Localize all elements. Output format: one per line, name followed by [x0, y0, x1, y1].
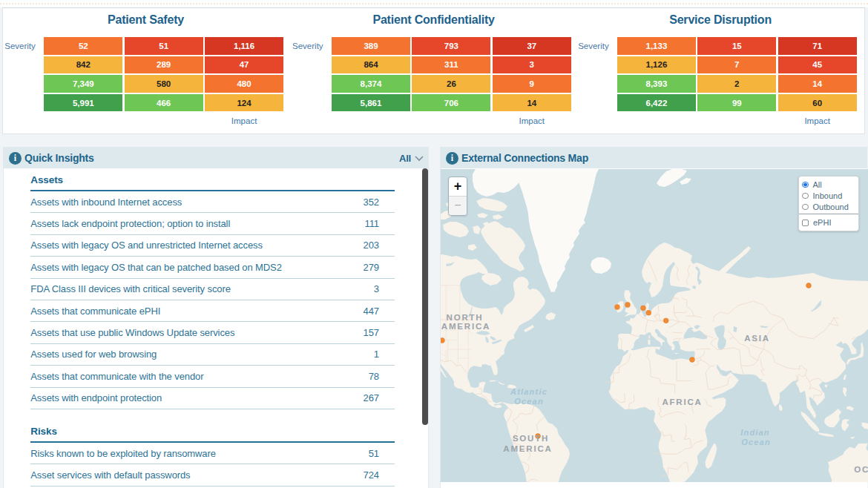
- svg-text:NORTH: NORTH: [447, 313, 484, 322]
- svg-text:ASIA: ASIA: [744, 334, 770, 343]
- svg-text:Indian: Indian: [740, 428, 770, 437]
- svg-text:AFRICA: AFRICA: [662, 398, 702, 406]
- svg-text:OCEANIA: OCEANIA: [854, 465, 868, 474]
- svg-text:AMERICA: AMERICA: [441, 322, 490, 331]
- svg-text:Atlantic: Atlantic: [510, 387, 548, 396]
- svg-text:SOUTH: SOUTH: [513, 434, 549, 443]
- svg-text:AMERICA: AMERICA: [503, 444, 552, 453]
- svg-text:Ocean: Ocean: [741, 438, 771, 446]
- svg-text:Ocean: Ocean: [514, 397, 544, 406]
